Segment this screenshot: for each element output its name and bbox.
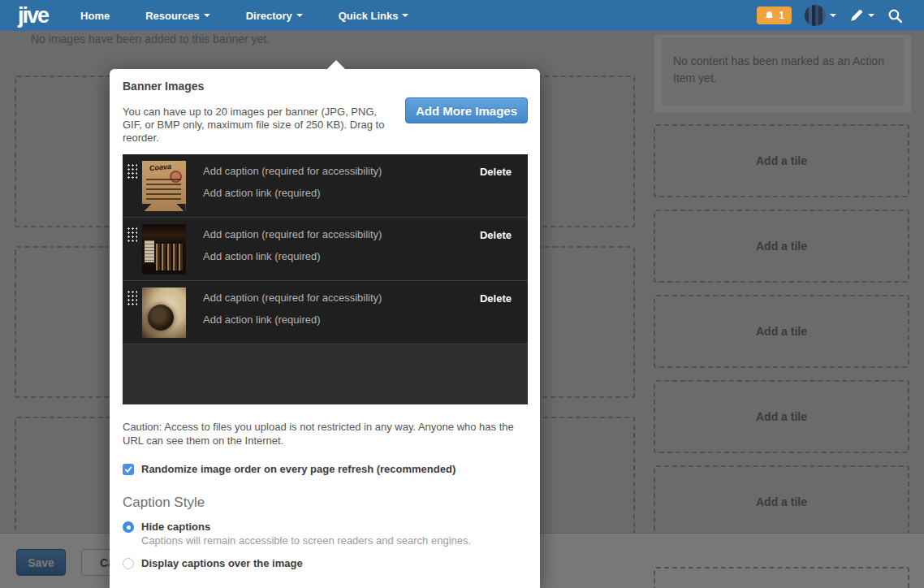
add-action-link[interactable]: Add action link (required) xyxy=(203,187,321,199)
hide-captions-option[interactable]: Hide captions Captions will remain acces… xyxy=(123,521,471,547)
nav-right-cluster: 1 xyxy=(757,5,903,26)
screen: jive Home Resources Directory Quick Link… xyxy=(0,0,924,588)
drag-handle-icon[interactable] xyxy=(127,290,137,305)
chevron-down-icon xyxy=(402,14,408,17)
banner-images-modal: Banner Images You can have up to 20 imag… xyxy=(110,69,540,588)
search-icon xyxy=(887,8,903,24)
chevron-down-icon xyxy=(830,14,836,17)
nav-item-quick-links[interactable]: Quick Links xyxy=(339,10,409,22)
nav-item-label: Resources xyxy=(145,10,199,22)
nav-item-label: Directory xyxy=(246,10,292,22)
jive-logo: jive xyxy=(18,1,48,30)
radio-description: Captions will remain accessible to scree… xyxy=(141,534,471,547)
radio-texts: Display captions over the image xyxy=(141,557,303,569)
radio-selected[interactable] xyxy=(123,521,134,533)
drag-handle-icon[interactable] xyxy=(127,227,137,242)
delete-image-button[interactable]: Delete xyxy=(480,292,512,305)
chevron-down-icon xyxy=(868,14,874,17)
drag-handle-icon[interactable] xyxy=(127,163,137,179)
randomize-checkbox-row[interactable]: Randomize image order on every page refr… xyxy=(123,463,456,475)
avatar xyxy=(805,5,826,26)
add-caption-link[interactable]: Add caption (required for accessibility) xyxy=(203,228,382,240)
randomize-label: Randomize image order on every page refr… xyxy=(141,463,456,475)
modal-description: You can have up to 20 images per banner … xyxy=(123,106,397,145)
top-navbar: jive Home Resources Directory Quick Link… xyxy=(0,0,924,31)
banner-notch-decoration xyxy=(142,204,186,211)
add-caption-link[interactable]: Add caption (required for accessibility) xyxy=(203,165,382,177)
display-captions-option[interactable]: Display captions over the image xyxy=(123,557,303,569)
nav-item-home[interactable]: Home xyxy=(80,10,110,22)
banner-image-row: Add caption (required for accessibility)… xyxy=(123,281,528,344)
modal-title: Banner Images xyxy=(123,80,204,93)
user-menu[interactable] xyxy=(805,5,836,26)
bottles-decoration xyxy=(156,244,184,270)
chevron-down-icon xyxy=(204,14,210,17)
nav-item-directory[interactable]: Directory xyxy=(246,10,303,22)
banner-image-thumbnail xyxy=(142,288,186,338)
banner-image-thumbnail: Coava xyxy=(142,161,186,211)
caption-style-heading: Caption Style xyxy=(123,495,205,511)
create-menu[interactable] xyxy=(849,8,874,23)
banner-image-row: Add caption (required for accessibility)… xyxy=(123,218,528,281)
checkbox-checked[interactable] xyxy=(123,464,134,475)
coffee-beans-decoration xyxy=(148,305,174,331)
modal-pointer-arrow xyxy=(327,60,345,69)
radio-texts: Hide captions Captions will remain acces… xyxy=(141,521,471,547)
banner-image-list: Coava Add caption (required for accessib… xyxy=(123,154,528,404)
banner-image-row: Coava Add caption (required for accessib… xyxy=(123,154,528,218)
notifications-badge[interactable]: 1 xyxy=(757,6,792,24)
radio-unselected[interactable] xyxy=(123,558,134,569)
search-button[interactable] xyxy=(887,8,903,24)
add-more-images-button[interactable]: Add More Images xyxy=(405,97,528,123)
chevron-down-icon xyxy=(296,14,303,17)
nav-menu: Home Resources Directory Quick Links xyxy=(80,10,444,22)
radio-label: Display captions over the image xyxy=(141,557,303,569)
menu-lines-decoration xyxy=(146,179,181,200)
thumbnail-logo-text: Coava xyxy=(149,162,172,172)
check-icon xyxy=(124,465,132,473)
delete-image-button[interactable]: Delete xyxy=(480,229,512,241)
menu-card-decoration xyxy=(145,240,154,262)
pencil-icon xyxy=(849,8,864,23)
banner-image-thumbnail xyxy=(142,224,186,275)
add-caption-link[interactable]: Add caption (required for accessibility) xyxy=(203,292,382,304)
delete-image-button[interactable]: Delete xyxy=(480,166,512,178)
add-action-link[interactable]: Add action link (required) xyxy=(203,313,321,326)
bell-icon xyxy=(764,11,775,21)
nav-item-label: Quick Links xyxy=(339,10,399,22)
add-action-link[interactable]: Add action link (required) xyxy=(203,250,321,262)
notification-count: 1 xyxy=(779,10,784,21)
caution-text: Caution: Access to files you upload is n… xyxy=(123,420,529,447)
nav-item-resources[interactable]: Resources xyxy=(145,10,209,22)
radio-label: Hide captions xyxy=(141,521,471,533)
nav-item-label: Home xyxy=(80,10,110,22)
